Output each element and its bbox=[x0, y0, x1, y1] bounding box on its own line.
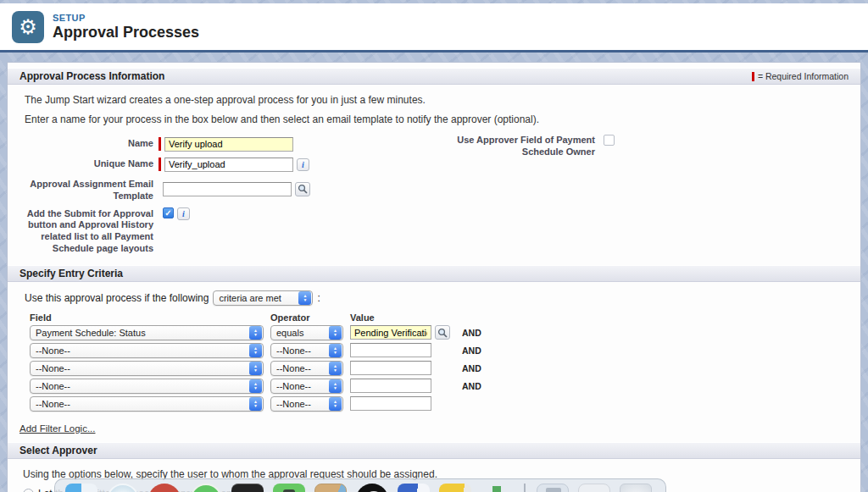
add-filter-logic-link[interactable]: Add Filter Logic... bbox=[19, 423, 95, 434]
criteria-mode-prefix: Use this approval process if the followi… bbox=[25, 292, 209, 304]
stepper-icon: ▲▼ bbox=[329, 379, 342, 393]
section-title: Select Approver bbox=[19, 445, 97, 456]
dock-icon-word[interactable] bbox=[398, 484, 430, 492]
email-template-label: Approval Assignment Email Template bbox=[8, 176, 153, 202]
approval-process-card: Approval Process Information = Required … bbox=[7, 62, 861, 492]
required-legend: = Required Information bbox=[752, 71, 849, 81]
lookup-magnifier-icon[interactable] bbox=[435, 325, 450, 340]
dock-icon-music[interactable] bbox=[148, 484, 181, 492]
add-submit-row: Add the Submit for Approval button and A… bbox=[8, 206, 860, 255]
criteria-row-3: --None--▲▼ --None--▲▼ AND bbox=[30, 361, 860, 376]
dock-icon-terminal[interactable] bbox=[231, 484, 264, 492]
section-title: Approval Process Information bbox=[19, 70, 164, 82]
conjunction-label: AND bbox=[462, 346, 487, 356]
email-template-row: Approval Assignment Email Template bbox=[8, 176, 860, 202]
salesforce-setup-page: { "icons": { "gear": "⚙", "info": "i", "… bbox=[0, 0, 868, 492]
dock-icon-folder[interactable] bbox=[537, 484, 569, 492]
dock-icon-download[interactable] bbox=[481, 484, 513, 492]
dock-icon-documents[interactable] bbox=[578, 484, 610, 492]
radio-icon[interactable] bbox=[23, 489, 34, 492]
unique-name-input[interactable] bbox=[164, 158, 293, 172]
dock-separator bbox=[524, 484, 526, 492]
use-approver-field-row: Use Approver Field of Payment Schedule O… bbox=[455, 135, 615, 158]
section-select-approver: Select Approver bbox=[8, 442, 860, 459]
col-operator: Operator bbox=[270, 312, 350, 323]
stepper-icon: ▲▼ bbox=[249, 379, 262, 393]
setup-header: ⚙ SETUP Approval Processes bbox=[0, 3, 868, 53]
criteria-mode-row: Use this approval process if the followi… bbox=[25, 290, 860, 306]
stepper-icon: ▲▼ bbox=[298, 291, 311, 305]
operator-select[interactable]: --None--▲▼ bbox=[270, 361, 343, 376]
gear-glyph: ⚙ bbox=[19, 15, 37, 38]
section-title: Specify Entry Criteria bbox=[19, 268, 123, 279]
field-select[interactable]: --None--▲▼ bbox=[30, 343, 264, 358]
stepper-icon: ▲▼ bbox=[329, 344, 342, 357]
setup-gear-icon: ⚙ bbox=[12, 11, 44, 43]
criteria-table: Field Operator Value Payment Schedule: S… bbox=[30, 312, 860, 412]
value-input[interactable] bbox=[350, 396, 431, 411]
value-input[interactable] bbox=[350, 379, 431, 393]
stepper-icon: ▲▼ bbox=[249, 362, 262, 375]
dock-icon-finder[interactable] bbox=[65, 484, 97, 492]
stepper-icon: ▲▼ bbox=[329, 326, 342, 340]
stepper-icon: ▲▼ bbox=[329, 362, 342, 375]
page-title: Approval Processes bbox=[53, 24, 199, 41]
required-bar-icon bbox=[159, 137, 161, 151]
email-template-input[interactable] bbox=[163, 182, 292, 196]
section-specify-entry-criteria: Specify Entry Criteria bbox=[8, 265, 860, 282]
value-input[interactable] bbox=[350, 361, 431, 375]
stepper-icon: ▲▼ bbox=[249, 397, 262, 411]
setup-eyebrow: SETUP bbox=[53, 13, 199, 23]
name-input[interactable] bbox=[164, 137, 293, 152]
stepper-icon: ▲▼ bbox=[249, 326, 262, 340]
unique-name-label: Unique Name bbox=[8, 156, 153, 173]
operator-select[interactable]: --None--▲▼ bbox=[270, 343, 343, 358]
field-select[interactable]: --None--▲▼ bbox=[30, 396, 264, 412]
required-bar-icon bbox=[752, 72, 754, 81]
add-submit-checkbox[interactable]: ✓ bbox=[163, 207, 174, 218]
section-approval-process-information: Approval Process Information = Required … bbox=[8, 68, 860, 85]
add-submit-label: Add the Submit for Approval button and A… bbox=[8, 206, 153, 255]
operator-select[interactable]: equals▲▼ bbox=[270, 325, 343, 340]
intro-line-2: Enter a name for your process in the box… bbox=[25, 113, 860, 125]
lookup-magnifier-icon[interactable] bbox=[295, 182, 310, 196]
dock-icon-safari[interactable] bbox=[107, 484, 139, 492]
criteria-mode-value: criteria are met bbox=[219, 293, 294, 303]
use-approver-field-checkbox[interactable] bbox=[604, 135, 615, 146]
operator-select[interactable]: --None--▲▼ bbox=[270, 379, 343, 394]
dock-icon-photos[interactable] bbox=[314, 484, 347, 492]
intro-line-1: The Jump Start wizard creates a one-step… bbox=[25, 94, 860, 106]
dock-icon-record[interactable] bbox=[356, 484, 388, 492]
macos-dock bbox=[54, 478, 666, 492]
info-icon[interactable]: i bbox=[177, 207, 190, 220]
field-select[interactable]: --None--▲▼ bbox=[30, 361, 264, 376]
criteria-row-4: --None--▲▼ --None--▲▼ AND bbox=[30, 379, 860, 394]
unique-name-row: Unique Name i bbox=[8, 156, 860, 173]
value-input[interactable] bbox=[350, 343, 431, 357]
name-row: Name bbox=[8, 135, 860, 152]
info-icon[interactable]: i bbox=[297, 158, 309, 171]
criteria-row-2: --None--▲▼ --None--▲▼ AND bbox=[30, 343, 860, 358]
criteria-table-header: Field Operator Value bbox=[30, 312, 860, 323]
value-input[interactable] bbox=[350, 325, 431, 340]
name-label: Name bbox=[8, 135, 153, 152]
criteria-mode-colon: : bbox=[317, 292, 320, 304]
field-select[interactable]: --None--▲▼ bbox=[30, 379, 264, 394]
required-legend-text: = Required Information bbox=[758, 71, 849, 81]
use-approver-field-label: Use Approver Field of Payment Schedule O… bbox=[455, 135, 595, 158]
dock-icon-facetime[interactable] bbox=[190, 484, 222, 492]
required-bar-icon bbox=[159, 158, 161, 171]
field-select[interactable]: Payment Schedule: Status▲▼ bbox=[30, 325, 264, 340]
operator-select[interactable]: --None--▲▼ bbox=[270, 396, 343, 412]
criteria-row-1: Payment Schedule: Status▲▼ equals▲▼ AND bbox=[30, 325, 860, 340]
stepper-icon: ▲▼ bbox=[329, 397, 342, 411]
dock-icon-notes[interactable] bbox=[439, 484, 471, 492]
criteria-mode-select[interactable]: criteria are met ▲▼ bbox=[213, 290, 313, 306]
col-field: Field bbox=[30, 312, 270, 323]
dock-icon-trash[interactable] bbox=[620, 484, 652, 492]
dock-icon-phone[interactable] bbox=[273, 484, 305, 492]
conjunction-label: AND bbox=[462, 363, 487, 373]
col-value: Value bbox=[350, 312, 431, 323]
conjunction-label: AND bbox=[462, 328, 487, 338]
conjunction-label: AND bbox=[462, 381, 487, 391]
